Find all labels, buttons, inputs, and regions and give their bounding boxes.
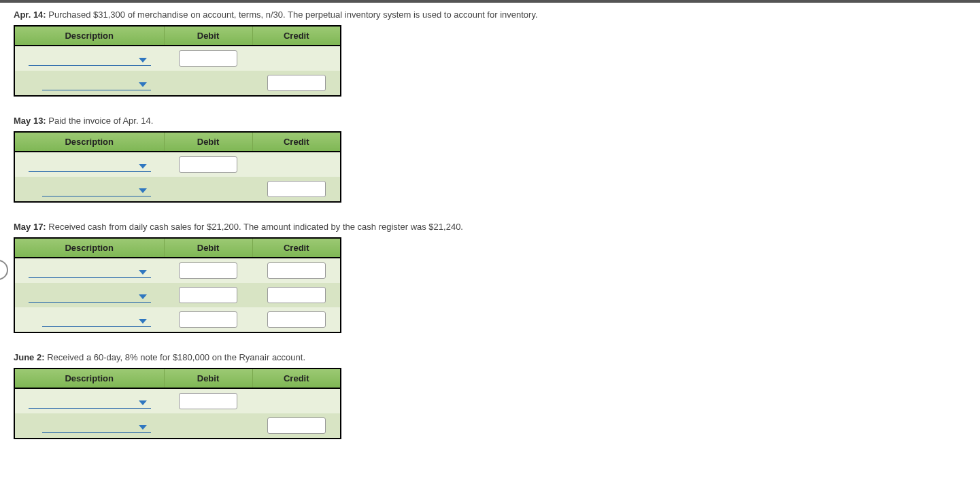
chevron-down-icon — [139, 319, 147, 324]
credit-input[interactable] — [267, 287, 326, 303]
transaction-text: Paid the invoice of Apr. 14. — [46, 116, 154, 126]
chevron-down-icon — [139, 294, 147, 299]
transaction-text: Received cash from daily cash sales for … — [46, 222, 463, 232]
desc-cell — [14, 413, 164, 439]
credit-input[interactable] — [267, 262, 326, 279]
transaction-text: Purchased $31,300 of merchandise on acco… — [46, 10, 538, 20]
debit-cell — [164, 388, 252, 413]
transaction-text: Received a 60-day, 8% note for $180,000 … — [45, 352, 306, 362]
chevron-down-icon — [139, 58, 147, 63]
chevron-down-icon — [139, 188, 147, 193]
table-row — [14, 258, 341, 283]
account-dropdown[interactable] — [29, 51, 151, 66]
debit-cell — [164, 307, 252, 332]
chevron-down-icon — [139, 164, 147, 169]
transaction-prompt: June 2: Received a 60-day, 8% note for $… — [14, 352, 966, 362]
col-header-debit: Debit — [164, 369, 252, 388]
table-row — [14, 283, 341, 307]
journal-section: May 17: Received cash from daily cash sa… — [14, 222, 966, 333]
journal-table: DescriptionDebitCredit — [14, 368, 341, 439]
chevron-down-icon — [139, 400, 147, 405]
table-row — [14, 152, 341, 177]
debit-cell — [164, 413, 252, 439]
table-row — [14, 177, 341, 202]
desc-cell — [14, 46, 164, 71]
account-dropdown[interactable] — [29, 263, 151, 278]
col-header-debit: Debit — [164, 238, 252, 258]
debit-cell — [164, 152, 252, 177]
journal-section: May 13: Paid the invoice of Apr. 14.Desc… — [14, 116, 966, 203]
account-dropdown[interactable] — [42, 75, 151, 90]
journal-section: Apr. 14: Purchased $31,300 of merchandis… — [14, 10, 966, 97]
desc-cell — [14, 388, 164, 413]
desc-cell — [14, 177, 164, 202]
debit-cell — [164, 71, 252, 96]
credit-cell — [252, 71, 341, 96]
desc-cell — [14, 152, 164, 177]
col-header-credit: Credit — [252, 132, 341, 152]
credit-input[interactable] — [267, 311, 326, 328]
debit-input[interactable] — [179, 156, 237, 173]
credit-cell — [252, 258, 341, 283]
table-row — [14, 46, 341, 71]
date-label: May 17: — [14, 222, 46, 232]
journal-table: DescriptionDebitCredit — [14, 237, 341, 333]
desc-cell — [14, 71, 164, 96]
credit-input[interactable] — [267, 75, 326, 91]
credit-cell — [252, 177, 341, 202]
table-row — [14, 413, 341, 439]
desc-cell — [14, 258, 164, 283]
col-header-description: Description — [14, 132, 164, 152]
table-row — [14, 71, 341, 96]
journal-table: DescriptionDebitCredit — [14, 131, 341, 203]
account-dropdown[interactable] — [42, 418, 151, 433]
account-dropdown[interactable] — [29, 394, 151, 409]
col-header-description: Description — [14, 26, 164, 46]
col-header-credit: Credit — [252, 26, 341, 46]
debit-cell — [164, 46, 252, 71]
col-header-description: Description — [14, 238, 164, 258]
desc-cell — [14, 307, 164, 332]
credit-cell — [252, 152, 341, 177]
debit-input[interactable] — [179, 50, 237, 67]
debit-input[interactable] — [179, 311, 237, 328]
transaction-prompt: Apr. 14: Purchased $31,300 of merchandis… — [14, 10, 966, 20]
account-dropdown[interactable] — [29, 157, 151, 172]
journal-section: June 2: Received a 60-day, 8% note for $… — [14, 352, 966, 439]
col-header-debit: Debit — [164, 132, 252, 152]
credit-input[interactable] — [267, 417, 326, 434]
col-header-credit: Credit — [252, 369, 341, 388]
credit-cell — [252, 307, 341, 332]
debit-input[interactable] — [179, 287, 237, 303]
table-row — [14, 388, 341, 413]
credit-cell — [252, 388, 341, 413]
page-content: Apr. 14: Purchased $31,300 of merchandis… — [0, 3, 980, 472]
debit-cell — [164, 177, 252, 202]
col-header-debit: Debit — [164, 26, 252, 46]
transaction-prompt: May 13: Paid the invoice of Apr. 14. — [14, 116, 966, 126]
date-label: May 13: — [14, 116, 46, 126]
col-header-credit: Credit — [252, 238, 341, 258]
debit-cell — [164, 283, 252, 307]
account-dropdown[interactable] — [42, 182, 151, 196]
debit-input[interactable] — [179, 262, 237, 279]
journal-table: DescriptionDebitCredit — [14, 25, 341, 97]
credit-input[interactable] — [267, 181, 326, 197]
chevron-down-icon — [139, 425, 147, 430]
desc-cell — [14, 283, 164, 307]
chevron-down-icon — [139, 270, 147, 275]
account-dropdown[interactable] — [29, 288, 151, 303]
debit-input[interactable] — [179, 393, 237, 409]
col-header-description: Description — [14, 369, 164, 388]
account-dropdown[interactable] — [42, 312, 151, 327]
credit-cell — [252, 46, 341, 71]
credit-cell — [252, 283, 341, 307]
date-label: June 2: — [14, 352, 45, 362]
chevron-down-icon — [139, 82, 147, 87]
table-row — [14, 307, 341, 332]
debit-cell — [164, 258, 252, 283]
date-label: Apr. 14: — [14, 10, 46, 20]
credit-cell — [252, 413, 341, 439]
transaction-prompt: May 17: Received cash from daily cash sa… — [14, 222, 966, 232]
